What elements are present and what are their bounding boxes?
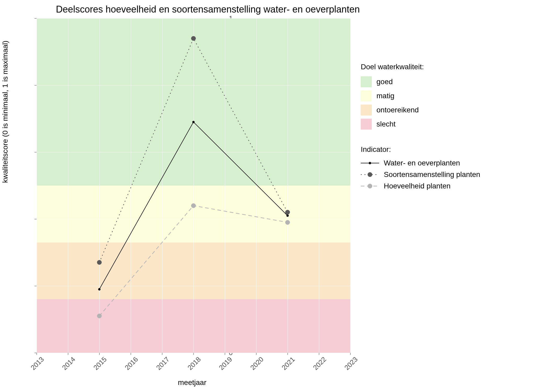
tick-mark: [319, 353, 319, 355]
x-tick-label: 2021: [280, 355, 297, 372]
swatch-icon: [361, 119, 372, 130]
tick-mark: [37, 353, 37, 355]
legend-item-ontoereikend: ontoereikend: [361, 105, 539, 116]
legend-quality-title: Doel waterkwaliteit:: [361, 63, 539, 71]
tick-mark: [193, 353, 194, 355]
tick-mark: [288, 353, 288, 355]
legend-indicator-title: Indicator:: [361, 145, 539, 154]
data-point: [285, 220, 290, 225]
legend-label: ontoereikend: [376, 106, 419, 114]
legend-label: Soortensamenstelling planten: [384, 170, 480, 179]
legend-item-slecht: slecht: [361, 119, 539, 130]
chart-container: Deelscores hoeveelheid en soortensamenst…: [0, 0, 549, 392]
tick-mark: [99, 353, 100, 355]
x-tick-label: 2020: [249, 355, 265, 372]
svg-point-5: [368, 184, 372, 188]
legend-item-soorten: Soortensamenstelling planten: [361, 170, 539, 179]
legend-label: Hoeveelheid planten: [384, 182, 450, 190]
x-tick-label: 2016: [123, 355, 140, 372]
plot-area: [37, 18, 350, 353]
tick-mark: [35, 18, 37, 19]
legend-item-goed: goed: [361, 76, 539, 87]
tick-mark: [35, 152, 37, 152]
chart-title: Deelscores hoeveelheid en soortensamenst…: [31, 4, 384, 15]
line-sample-icon: [361, 159, 379, 167]
data-point: [192, 121, 195, 123]
swatch-icon: [361, 90, 372, 101]
x-axis-label: meetjaar: [31, 378, 353, 387]
line-sample-icon: [361, 171, 379, 178]
legend-indicators: Indicator: Water- en oeverplanten Soorte…: [361, 145, 539, 190]
legend-label: Water- en oeverplanten: [384, 159, 460, 167]
tick-mark: [225, 353, 225, 355]
tick-mark: [256, 353, 256, 355]
swatch-icon: [361, 76, 372, 87]
tick-mark: [35, 353, 37, 353]
x-tick-label: 2018: [186, 355, 203, 372]
legend-item-water-oever: Water- en oeverplanten: [361, 159, 539, 167]
tick-mark: [131, 353, 131, 355]
tick-mark: [35, 85, 37, 85]
tick-mark: [68, 353, 68, 355]
tick-mark: [162, 353, 162, 355]
x-tick-label: 2017: [155, 355, 171, 372]
legend: Doel waterkwaliteit: goed matig ontoerei…: [361, 63, 539, 193]
data-point: [97, 260, 102, 265]
gridline-v: [350, 18, 351, 353]
swatch-icon: [361, 105, 372, 116]
data-point: [191, 36, 196, 41]
tick-mark: [350, 353, 351, 355]
svg-point-3: [368, 172, 372, 177]
legend-label: goed: [376, 78, 393, 86]
series-lines: [37, 18, 350, 353]
legend-item-matig: matig: [361, 90, 539, 101]
svg-point-1: [369, 162, 371, 164]
data-point: [287, 215, 289, 217]
data-point: [98, 288, 101, 290]
legend-label: slecht: [376, 120, 396, 128]
x-tick-label: 2022: [312, 355, 328, 372]
x-tick-label: 2015: [92, 355, 108, 372]
legend-item-hoeveelheid: Hoeveelheid planten: [361, 182, 539, 190]
tick-mark: [35, 286, 37, 286]
x-tick-label: 2014: [61, 355, 77, 372]
data-point: [97, 314, 102, 318]
tick-mark: [35, 219, 37, 219]
y-axis-label: kwaliteitscore (0 is minimaal, 1 is maxi…: [1, 41, 9, 183]
line-sample-icon: [361, 182, 379, 190]
data-point: [191, 203, 196, 208]
legend-label: matig: [376, 92, 394, 100]
x-tick-label: 2023: [343, 355, 359, 372]
x-tick-label: 2013: [29, 355, 46, 372]
x-tick-label: 2019: [218, 355, 234, 372]
data-point: [285, 210, 290, 215]
